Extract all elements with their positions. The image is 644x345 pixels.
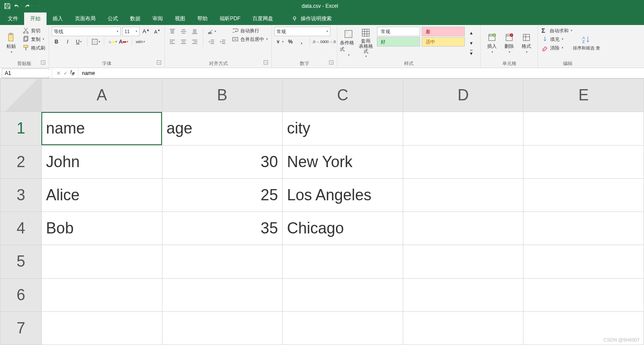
borders-button[interactable]: ▾ xyxy=(91,37,100,47)
conditional-formatting-button[interactable]: 条件格式▾ xyxy=(340,27,357,59)
autosum-button[interactable]: Σ 自动求和▾ xyxy=(541,27,573,34)
wrap-text-button[interactable]: 自动换行 xyxy=(231,27,269,34)
spreadsheet-grid[interactable]: ABCDE1nameagecity2John30New York3Alice25… xyxy=(0,78,644,345)
cell-A7[interactable] xyxy=(41,311,162,345)
orientation-icon[interactable]: ab▾ xyxy=(207,27,216,36)
style-gallery-up-icon[interactable]: ▴ xyxy=(467,28,476,37)
cell-A2[interactable]: John xyxy=(41,145,162,178)
row-header-1[interactable]: 1 xyxy=(0,112,42,145)
tab-7[interactable]: 帮助 xyxy=(191,12,214,25)
bold-button[interactable]: B xyxy=(52,37,61,47)
select-all-corner[interactable] xyxy=(0,79,42,112)
cut-button[interactable]: 剪切 xyxy=(22,27,46,34)
tab-8[interactable]: 福昕PDF xyxy=(214,12,246,25)
cell-B7[interactable] xyxy=(162,311,283,345)
cell-B4[interactable]: 35 xyxy=(162,212,283,245)
col-header-B[interactable]: B xyxy=(162,79,283,112)
cell-C1[interactable]: city xyxy=(283,112,403,145)
style-gallery-down-icon[interactable]: ▾ xyxy=(467,38,476,48)
row-header-3[interactable]: 3 xyxy=(0,178,42,211)
cell-D5[interactable] xyxy=(403,245,523,278)
cell-D3[interactable] xyxy=(403,178,523,211)
col-header-E[interactable]: E xyxy=(523,79,644,112)
formula-input[interactable] xyxy=(78,70,644,76)
clear-button[interactable]: 清除▾ xyxy=(541,44,573,52)
phonetic-button[interactable]: wén▾ xyxy=(136,37,145,47)
launcher-icon[interactable]: ↘ xyxy=(157,60,161,65)
col-header-D[interactable]: D xyxy=(403,79,523,112)
col-header-A[interactable]: A xyxy=(41,79,162,112)
number-format-combo[interactable]: 常规▾ xyxy=(274,27,330,36)
row-header-6[interactable]: 6 xyxy=(0,278,42,311)
cell-style-good[interactable]: 好 xyxy=(377,37,420,47)
cell-B5[interactable] xyxy=(162,245,283,278)
tab-6[interactable]: 视图 xyxy=(169,12,191,25)
redo-icon[interactable]: ▾ xyxy=(23,1,33,11)
align-left-icon[interactable] xyxy=(168,37,177,47)
undo-icon[interactable]: ▾ xyxy=(13,1,22,11)
cell-style-normal[interactable]: 常规 xyxy=(377,27,420,36)
cell-A3[interactable]: Alice xyxy=(41,178,162,211)
cell-B6[interactable] xyxy=(162,278,283,311)
tab-file[interactable]: 文件 xyxy=(2,12,24,25)
tab-1[interactable]: 插入 xyxy=(47,12,69,25)
fill-button[interactable]: 填充▾ xyxy=(541,35,573,43)
launcher-icon[interactable]: ↘ xyxy=(329,60,333,65)
cell-E6[interactable] xyxy=(523,278,644,311)
launcher-icon[interactable]: ↘ xyxy=(264,60,268,65)
col-header-C[interactable]: C xyxy=(283,79,403,112)
tab-4[interactable]: 数据 xyxy=(124,12,146,25)
cell-D2[interactable] xyxy=(403,145,523,178)
cell-E1[interactable] xyxy=(523,112,644,145)
italic-button[interactable]: I xyxy=(63,37,72,47)
accounting-format-icon[interactable]: ￥▾ xyxy=(274,37,284,47)
decrease-font-icon[interactable]: A▼ xyxy=(152,27,162,36)
fill-color-button[interactable]: ▾ xyxy=(108,37,117,47)
comma-format-icon[interactable]: , xyxy=(297,37,306,47)
cell-B2[interactable]: 30 xyxy=(162,145,283,178)
name-box[interactable]: ▾ xyxy=(2,68,49,78)
cell-D4[interactable] xyxy=(403,212,523,245)
align-middle-icon[interactable] xyxy=(179,27,188,36)
tab-5[interactable]: 审阅 xyxy=(146,12,169,25)
cell-A6[interactable] xyxy=(41,278,162,311)
increase-decimal-icon[interactable]: .0→.00 xyxy=(314,37,323,47)
format-painter-button[interactable]: 格式刷 xyxy=(22,44,46,52)
sort-filter-button[interactable]: AZ 排序和筛选 查 xyxy=(578,27,595,59)
tell-me-search[interactable]: 操作说明搜索 xyxy=(288,12,336,25)
cell-E3[interactable] xyxy=(523,178,644,211)
decrease-indent-icon[interactable] xyxy=(207,37,216,47)
cell-C2[interactable]: New York xyxy=(283,145,403,178)
tab-0[interactable]: 开始 xyxy=(24,12,47,25)
format-cells-button[interactable]: 格式▾ xyxy=(518,27,535,59)
cell-C4[interactable]: Chicago xyxy=(283,212,403,245)
align-center-icon[interactable] xyxy=(179,37,188,47)
format-as-table-button[interactable]: 套用 表格格式▾ xyxy=(357,27,374,59)
style-gallery-more-icon[interactable]: ▾ xyxy=(467,49,476,58)
cell-B1[interactable]: age xyxy=(162,112,283,145)
font-color-button[interactable]: A▾ xyxy=(119,37,128,47)
row-header-7[interactable]: 7 xyxy=(0,311,42,345)
row-header-5[interactable]: 5 xyxy=(0,245,42,278)
align-bottom-icon[interactable] xyxy=(190,27,199,36)
cell-A1[interactable]: name xyxy=(41,112,162,145)
cancel-formula-icon[interactable]: ✕ xyxy=(56,70,61,76)
align-top-icon[interactable] xyxy=(168,27,177,36)
underline-button[interactable]: U▾ xyxy=(74,37,84,47)
cell-style-neutral[interactable]: 适中 xyxy=(422,37,465,47)
cell-C3[interactable]: Los Angeles xyxy=(283,178,403,211)
decrease-decimal-icon[interactable]: .00→.0 xyxy=(325,37,334,47)
cell-D6[interactable] xyxy=(403,278,523,311)
increase-indent-icon[interactable] xyxy=(218,37,227,47)
increase-font-icon[interactable]: A▲ xyxy=(141,27,151,36)
percent-format-icon[interactable]: % xyxy=(286,37,295,47)
cell-C5[interactable] xyxy=(283,245,403,278)
cell-D7[interactable] xyxy=(403,311,523,345)
copy-button[interactable]: 复制▾ xyxy=(22,35,46,43)
row-header-4[interactable]: 4 xyxy=(0,212,42,245)
font-size-combo[interactable]: 11▾ xyxy=(122,27,140,36)
cell-C7[interactable] xyxy=(283,311,403,345)
tab-2[interactable]: 页面布局 xyxy=(69,12,102,25)
qat-customize-icon[interactable]: ▾ xyxy=(34,1,43,11)
font-name-combo[interactable]: 等线▾ xyxy=(52,27,121,36)
